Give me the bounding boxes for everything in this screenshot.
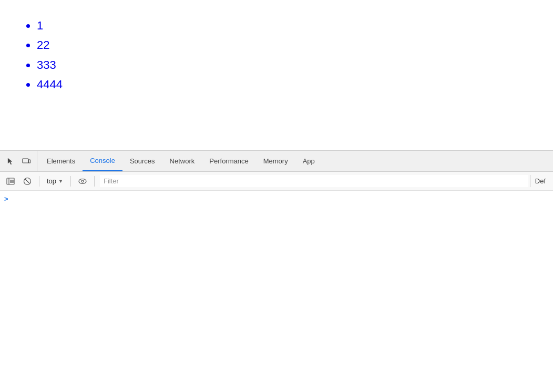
devtools-icon-group: [0, 151, 37, 171]
eye-icon: [78, 177, 87, 185]
default-levels-button[interactable]: Def: [530, 175, 550, 187]
toolbar-separator-1: [39, 176, 39, 187]
chevron-down-icon: ▼: [58, 179, 63, 184]
inspect-element-button[interactable]: [4, 155, 17, 168]
sidebar-icon: [6, 177, 15, 185]
context-label: top: [47, 177, 56, 185]
list-item-3: 333: [37, 55, 532, 75]
tab-sources[interactable]: Sources: [122, 151, 162, 171]
responsive-icon: [22, 157, 30, 166]
tab-console[interactable]: Console: [83, 151, 122, 171]
page-content: 1 22 333 4444: [0, 0, 553, 150]
clear-console-button[interactable]: [20, 175, 35, 188]
list-item-2: 22: [37, 35, 532, 55]
live-expressions-button[interactable]: [75, 175, 90, 188]
toolbar-separator-2: [70, 176, 71, 187]
filter-input[interactable]: [99, 175, 528, 187]
tab-elements[interactable]: Elements: [39, 151, 83, 171]
list-item-4: 4444: [37, 75, 532, 94]
console-toolbar: top ▼ Def: [0, 172, 553, 191]
svg-line-8: [25, 179, 29, 183]
svg-point-9: [79, 179, 86, 183]
tab-performance[interactable]: Performance: [202, 151, 255, 171]
devtools-tabs: Elements Console Sources Network Perform…: [37, 151, 322, 171]
device-toggle-button[interactable]: [20, 155, 33, 168]
console-sidebar-button[interactable]: [3, 175, 18, 188]
toolbar-separator-3: [94, 176, 95, 187]
svg-rect-0: [23, 159, 28, 163]
svg-point-10: [81, 180, 84, 182]
tab-network[interactable]: Network: [162, 151, 202, 171]
tab-memory[interactable]: Memory: [256, 151, 295, 171]
list-item-1: 1: [37, 16, 532, 35]
bullet-list: 1 22 333 4444: [21, 16, 532, 95]
console-content: >: [0, 191, 553, 392]
devtools-panel: Elements Console Sources Network Perform…: [0, 150, 553, 392]
console-prompt-row: >: [0, 193, 553, 205]
clear-icon: [23, 177, 32, 185]
console-chevron-icon: >: [4, 195, 8, 203]
cursor-icon: [6, 157, 15, 166]
devtools-tabbar: Elements Console Sources Network Perform…: [0, 151, 553, 172]
context-selector[interactable]: top ▼: [44, 176, 66, 186]
svg-rect-1: [28, 160, 30, 163]
tab-application[interactable]: App: [295, 151, 322, 171]
